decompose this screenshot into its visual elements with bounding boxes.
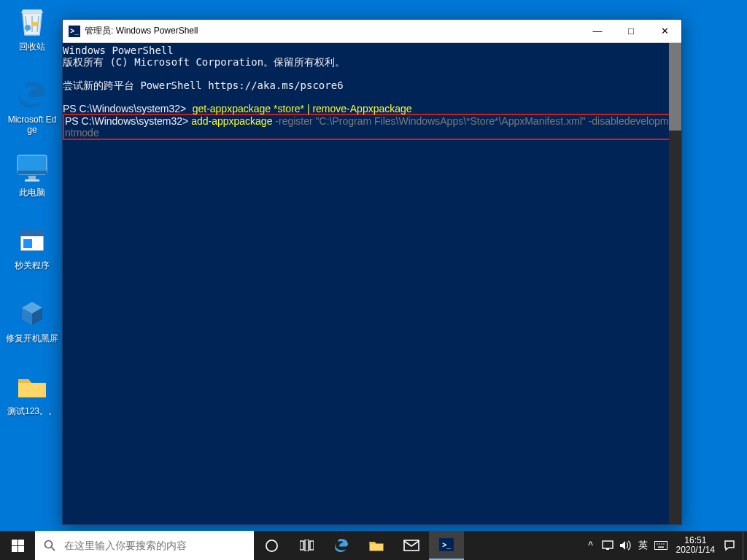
terminal-command-line: PS C:\Windows\system32> get-appxpackage … xyxy=(63,103,678,114)
svg-rect-7 xyxy=(20,230,44,236)
tray-date: 2020/1/14 xyxy=(676,545,715,555)
tray-chevron-up-icon[interactable]: ^ xyxy=(584,540,597,551)
powershell-icon: >_ xyxy=(69,26,80,37)
desktop-icon-label: 测试123。。 xyxy=(4,406,60,416)
cube-app-icon xyxy=(15,296,50,331)
svg-point-24 xyxy=(659,543,660,545)
svg-point-26 xyxy=(663,543,665,545)
desktop-icon-label: 回收站 xyxy=(4,42,60,52)
svg-rect-5 xyxy=(25,179,39,182)
folder-icon xyxy=(368,539,384,552)
taskbar-task-view[interactable] xyxy=(289,531,324,560)
window-titlebar[interactable]: >_ 管理员: Windows PowerShell — □ ✕ xyxy=(63,20,681,43)
svg-rect-8 xyxy=(23,239,32,248)
terminal-command-line: PS C:\Windows\system32> add-appxpackage … xyxy=(65,115,676,139)
svg-rect-21 xyxy=(606,548,609,550)
maximize-button[interactable]: □ xyxy=(614,20,648,42)
svg-rect-10 xyxy=(18,540,24,545)
edge-icon xyxy=(15,77,50,112)
svg-rect-1 xyxy=(31,22,37,26)
edge-icon xyxy=(333,537,349,553)
scrollbar-thumb[interactable] xyxy=(669,43,681,131)
highlighted-command-box: PS C:\Windows\system32> add-appxpackage … xyxy=(63,114,678,140)
svg-rect-17 xyxy=(305,540,309,551)
svg-point-13 xyxy=(45,541,53,548)
svg-point-0 xyxy=(25,25,31,31)
svg-line-14 xyxy=(52,548,55,551)
tray-network-icon[interactable] xyxy=(602,540,615,551)
tray-ime-indicator[interactable]: 英 xyxy=(637,539,650,552)
desktop-icon-label: 修复开机黑屏 xyxy=(4,333,60,343)
svg-rect-22 xyxy=(654,542,667,550)
svg-rect-3 xyxy=(18,171,47,174)
svg-rect-11 xyxy=(12,546,18,552)
recycle-bin-icon xyxy=(15,4,50,39)
tray-keyboard-icon[interactable] xyxy=(654,541,667,550)
desktop-icon-label: Microsoft Edge xyxy=(4,114,60,135)
app-window-icon xyxy=(15,223,50,258)
svg-rect-9 xyxy=(12,540,18,545)
search-icon xyxy=(44,540,55,551)
show-desktop-button[interactable] xyxy=(743,531,747,560)
desktop-icon-label: 此电脑 xyxy=(4,187,60,198)
desktop: 回收站 Microsoft Edge 此电脑 秒关程序 修复开机黑屏 测试123… xyxy=(0,0,747,531)
monitor-icon xyxy=(15,150,50,185)
task-view-icon xyxy=(300,540,314,551)
desktop-icon-label: 秒关程序 xyxy=(4,260,60,271)
tray-clock[interactable]: 16:51 2020/1/14 xyxy=(672,536,719,555)
desktop-icon-this-pc[interactable]: 此电脑 xyxy=(4,150,60,198)
powershell-window: >_ 管理员: Windows PowerShell — □ ✕ Windows… xyxy=(62,19,682,525)
taskbar-cortana[interactable] xyxy=(254,531,289,560)
tray-volume-icon[interactable] xyxy=(619,540,632,551)
terminal-line xyxy=(63,68,678,79)
svg-point-25 xyxy=(661,543,662,545)
tray-action-center-icon[interactable] xyxy=(724,540,737,551)
taskbar: >_ ^ 英 16:51 2020/1/14 xyxy=(0,531,747,560)
close-button[interactable]: ✕ xyxy=(648,20,681,42)
folder-icon xyxy=(15,369,50,404)
terminal-line: Windows PowerShell xyxy=(63,44,678,56)
start-button[interactable] xyxy=(0,531,35,560)
desktop-icon-recycle-bin[interactable]: 回收站 xyxy=(4,4,60,52)
search-input[interactable] xyxy=(64,540,245,551)
svg-rect-20 xyxy=(603,541,613,548)
desktop-icon-shutdown-app[interactable]: 秒关程序 xyxy=(4,223,60,271)
desktop-icon-edge[interactable]: Microsoft Edge xyxy=(4,77,60,135)
svg-rect-18 xyxy=(310,541,314,550)
terminal-line: 版权所有 (C) Microsoft Corporation。保留所有权利。 xyxy=(63,56,678,68)
mail-icon xyxy=(403,540,419,551)
windows-logo-icon xyxy=(12,540,24,552)
window-buttons: — □ ✕ xyxy=(581,20,681,42)
taskbar-powershell[interactable]: >_ xyxy=(429,531,464,560)
system-tray: ^ 英 16:51 2020/1/14 xyxy=(578,531,743,560)
circle-icon xyxy=(265,539,279,553)
svg-point-15 xyxy=(266,540,276,551)
svg-rect-16 xyxy=(300,541,303,550)
taskbar-search[interactable] xyxy=(35,531,254,560)
taskbar-file-explorer[interactable] xyxy=(359,531,394,560)
terminal-body[interactable]: Windows PowerShell 版权所有 (C) Microsoft Co… xyxy=(63,43,681,524)
svg-rect-19 xyxy=(404,540,419,551)
powershell-icon: >_ xyxy=(439,538,454,551)
desktop-icon-repair-boot[interactable]: 修复开机黑屏 xyxy=(4,296,60,343)
desktop-icon-test-folder[interactable]: 测试123。。 xyxy=(4,369,60,416)
terminal-line xyxy=(63,91,678,103)
taskbar-mail[interactable] xyxy=(394,531,429,560)
svg-rect-4 xyxy=(28,176,36,179)
window-title: 管理员: Windows PowerShell xyxy=(85,25,581,37)
minimize-button[interactable]: — xyxy=(581,20,614,42)
terminal-line: 尝试新的跨平台 PowerShell https://aka.ms/pscore… xyxy=(63,79,678,91)
svg-point-23 xyxy=(657,543,658,545)
svg-rect-12 xyxy=(18,546,24,552)
svg-rect-27 xyxy=(658,547,664,548)
taskbar-edge[interactable] xyxy=(324,531,359,560)
